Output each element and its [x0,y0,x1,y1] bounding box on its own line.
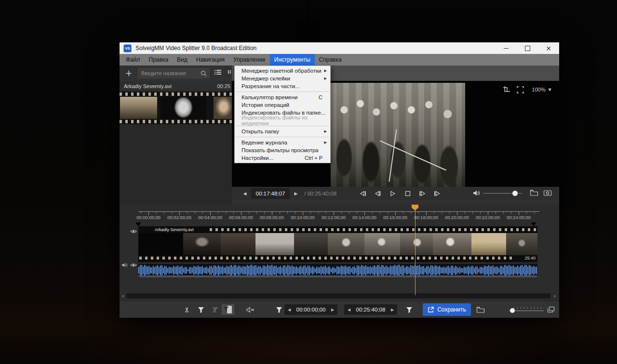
menu-view[interactable]: Вид [173,54,192,65]
menu-item-settings[interactable]: Настройки... Ctrl + P [235,154,330,162]
maximize-button[interactable] [517,42,538,54]
decrement-end-button[interactable]: ◀ [344,308,354,312]
volume-slider-thumb[interactable] [512,191,518,196]
volume-slider[interactable] [483,193,522,194]
menu-file[interactable]: Файл [121,54,145,65]
menu-control[interactable]: Управление [229,54,270,65]
submenu-arrow-icon: ▶ [324,69,330,73]
detach-window-button[interactable] [545,304,557,315]
menu-shortcut: C [319,94,330,100]
mute-button[interactable] [244,304,256,315]
window-controls: × [496,42,559,54]
media-library-panel: + Arkadiy Severniy.avi 00:25 [120,65,232,205]
grid-view-button[interactable] [228,69,232,76]
fragment-end-field[interactable]: ◀ 00:25:40;08 ▶ [344,304,397,315]
menu-item-batch-manager[interactable]: Менеджер пакетной обработки ▶ [235,67,330,75]
current-time-display[interactable]: 00:17:48;07 [251,188,290,199]
library-file-item[interactable]: Arkadiy Severniy.avi 00:25 [120,81,232,91]
audio-track-visibility-icon[interactable] [130,262,137,268]
show-fragments-toggle[interactable] [222,304,234,315]
transport-controls [355,187,445,200]
menu-item-time-calculator[interactable]: Калькулятор времени C [235,93,330,101]
track-thumbnail [506,233,537,255]
fragment-start-field[interactable]: ◀ 00:00:00;00 ▶ [284,304,337,315]
add-fragment-button[interactable] [195,304,207,315]
volume-icon[interactable] [473,190,481,196]
fragment-start-value: 00:00:00;00 [294,307,328,312]
menu-item-show-preview-filters[interactable]: Показать фильтры просмотра [235,146,330,154]
ruler-label: 00:12:00;00 [317,215,350,220]
remove-fragment-button[interactable] [209,304,221,315]
add-media-button[interactable]: + [123,68,134,78]
menu-tools[interactable]: Инструменты [270,54,315,65]
zoom-slider-thumb[interactable] [510,308,515,313]
track-name: Arkadiy Severniy.avi [155,227,194,232]
menu-item-joining-manager[interactable]: Менеджер склейки ▶ [235,75,330,82]
output-folder-button[interactable] [474,304,487,315]
play-button[interactable] [385,188,400,199]
menu-item-logging[interactable]: Ведение журнала ▶ [235,139,330,146]
tools-dropdown-menu: Менеджер пакетной обработки ▶ Менеджер с… [234,65,331,163]
menu-help[interactable]: Справка [315,54,346,65]
scroll-left-button[interactable]: ‹ [120,293,126,299]
fullscreen-button[interactable] [514,84,526,95]
audio-track-volume-icon[interactable] [121,262,128,268]
minimize-icon [504,48,509,49]
stop-button[interactable] [400,188,415,199]
minimize-button[interactable] [496,42,517,54]
playhead-line[interactable] [415,206,416,295]
track-out-time: 25:40 [524,256,536,260]
menu-item-operation-history[interactable]: История операций [235,101,330,109]
track-thumbnail [328,233,364,255]
list-view-button[interactable] [214,69,222,76]
next-keyframe-button[interactable] [430,188,445,199]
playhead-marker[interactable] [412,205,418,210]
filter-off-icon [212,307,218,313]
zoom-slider-ticks [514,307,543,309]
time-step-back-button[interactable]: ◀ [240,188,250,199]
folder-icon[interactable] [530,189,538,196]
set-start-marker-button[interactable] [273,304,285,315]
menu-navigation[interactable]: Навигация [192,54,229,65]
clip-end-marker[interactable] [531,222,537,226]
filter-panel-icon [223,305,233,314]
zoom-level-dropdown[interactable]: 100% ▼ [528,84,555,95]
track-thumbnail [183,233,221,255]
ruler-label: 00:16:00;00 [378,215,412,220]
set-end-marker-button[interactable] [403,304,416,315]
filmstrip-thumbnail [161,97,206,119]
menu-edit[interactable]: Правка [145,54,173,65]
audio-track[interactable] [138,264,537,277]
video-track-visibility-icon[interactable] [130,229,137,234]
playback-bar: ◀ 00:17:48;07 ▶ / 00:25:40;08 [232,187,559,200]
library-filmstrip[interactable] [120,91,232,124]
track-thumbnail [433,233,471,255]
ruler-label: 00:04:00;00 [193,215,227,220]
crop-button[interactable] [501,84,512,95]
filmstrip-thumbnail [214,97,232,119]
increment-start-button[interactable]: ▶ [328,308,337,312]
next-frame-button[interactable] [415,188,430,199]
previous-keyframe-button[interactable] [355,188,370,199]
menu-item-open-folder[interactable]: Открыть папку ▶ [235,128,330,135]
save-button[interactable]: Сохранить [423,303,471,316]
previous-frame-button[interactable] [370,188,385,199]
cut-button[interactable]: ✂ [181,304,193,315]
increment-end-button[interactable]: ▶ [388,308,397,312]
video-track[interactable]: Arkadiy Severniy.avi 25:40 [138,226,537,262]
scrollbar-track[interactable] [126,293,550,299]
close-button[interactable]: × [538,42,559,54]
zoom-level-value: 100% [532,87,545,92]
track-thumbnail [221,233,255,255]
submenu-arrow-icon: ▶ [324,141,330,144]
scroll-right-button[interactable]: › [552,293,558,299]
snapshot-icon[interactable] [543,189,552,196]
title-bar[interactable]: VS SolveigMM Video Splitter 9.0 Broadcas… [120,42,559,54]
timeline-zoom-slider[interactable] [509,307,544,313]
decrement-start-button[interactable]: ◀ [284,308,294,312]
video-track-header: Arkadiy Severniy.avi [138,226,537,233]
time-step-forward-button[interactable]: ▶ [291,188,301,199]
search-input[interactable] [137,70,201,76]
clip-start-marker[interactable] [135,222,141,226]
menu-item-split-into-parts[interactable]: Разрезание на части... [235,82,330,90]
